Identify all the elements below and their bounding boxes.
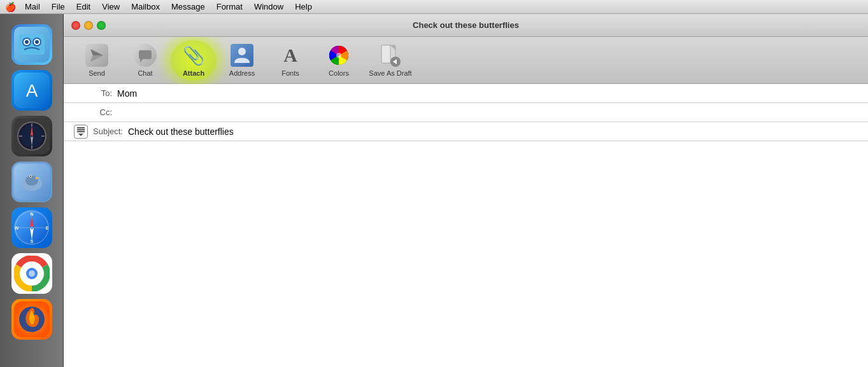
subject-format-icon[interactable] xyxy=(74,125,88,139)
dock-icon-mail[interactable] xyxy=(11,162,52,202)
fonts-button[interactable]: A Fonts xyxy=(267,40,313,81)
colors-label: Colors xyxy=(329,69,349,77)
dock-icon-firefox[interactable] xyxy=(11,299,52,340)
to-value: Mom xyxy=(117,85,858,102)
titlebar: Check out these butterflies xyxy=(64,14,868,37)
address-label: Address xyxy=(229,69,255,77)
svg-point-40 xyxy=(29,270,35,277)
maximize-button[interactable] xyxy=(97,21,106,30)
svg-rect-1 xyxy=(19,34,45,55)
menu-help[interactable]: Help xyxy=(290,1,317,12)
menu-format[interactable]: Format xyxy=(211,1,248,12)
to-row: To: Mom xyxy=(64,84,868,103)
chat-icon xyxy=(134,44,157,67)
minimize-button[interactable] xyxy=(84,21,93,30)
cc-row: Cc: xyxy=(64,103,868,122)
svg-point-53 xyxy=(336,53,341,58)
svg-rect-47 xyxy=(139,50,152,59)
svg-text:E: E xyxy=(45,226,48,230)
chat-button[interactable]: Chat xyxy=(122,40,168,81)
dock-icon-safari[interactable]: N S W E xyxy=(11,207,52,248)
to-label: To: xyxy=(74,88,112,98)
fonts-icon: A xyxy=(279,44,302,67)
window-controls xyxy=(71,21,106,30)
dock-icon-finder[interactable] xyxy=(11,24,52,65)
menu-mailbox[interactable]: Mailbox xyxy=(126,1,165,12)
window-title: Check out these butterflies xyxy=(413,20,519,30)
menubar: 🍎 Mail File Edit View Mailbox Message Fo… xyxy=(0,0,868,14)
svg-text:A: A xyxy=(25,81,38,100)
mail-compose-window: Check out these butterflies Sen xyxy=(64,14,868,367)
svg-point-25 xyxy=(30,176,31,177)
svg-rect-55 xyxy=(381,45,390,63)
address-icon xyxy=(231,44,253,67)
menu-edit[interactable]: Edit xyxy=(71,1,96,12)
attach-button[interactable]: 📎 Attach xyxy=(171,40,217,81)
send-icon xyxy=(85,44,108,67)
menu-view[interactable]: View xyxy=(97,1,125,12)
menu-file[interactable]: File xyxy=(46,1,70,12)
svg-text:N: N xyxy=(30,212,33,216)
svg-text:S: S xyxy=(30,239,33,244)
send-label: Send xyxy=(89,69,105,77)
dock: A xyxy=(0,14,64,367)
attach-label: Attach xyxy=(183,69,204,77)
chat-label: Chat xyxy=(138,69,152,77)
svg-point-4 xyxy=(25,40,29,44)
subject-row: Subject: xyxy=(64,122,868,141)
compose-area: To: Mom Cc: xyxy=(64,84,868,367)
save-draft-label: Save As Draft xyxy=(369,69,411,77)
colors-button[interactable]: Colors xyxy=(316,40,362,81)
toolbar: Send Chat xyxy=(64,37,868,84)
send-button[interactable]: Send xyxy=(74,40,120,81)
colors-icon xyxy=(327,44,350,67)
compose-body[interactable] xyxy=(64,141,868,367)
menu-message[interactable]: Message xyxy=(166,1,210,12)
svg-text:📎: 📎 xyxy=(183,45,204,66)
address-button[interactable]: Address xyxy=(219,40,265,81)
dock-icon-appstore[interactable]: A xyxy=(11,70,52,111)
subject-input[interactable] xyxy=(128,123,858,141)
fonts-label: Fonts xyxy=(281,69,299,77)
close-button[interactable] xyxy=(71,21,80,30)
svg-text:W: W xyxy=(14,226,18,230)
dock-icon-chrome[interactable] xyxy=(11,253,52,294)
subject-label: Subject: xyxy=(93,127,123,136)
dock-icon-network[interactable] xyxy=(11,116,52,156)
cc-input[interactable] xyxy=(117,104,858,121)
save-draft-button[interactable]: Save As Draft xyxy=(364,40,416,81)
menu-mail[interactable]: Mail xyxy=(20,1,45,12)
apple-menu[interactable]: 🍎 xyxy=(5,2,16,12)
save-draft-icon xyxy=(379,44,402,67)
svg-point-51 xyxy=(238,48,246,55)
cc-label: Cc: xyxy=(74,107,112,117)
attach-icon: 📎 xyxy=(182,44,205,67)
svg-point-7 xyxy=(35,40,39,44)
menu-window[interactable]: Window xyxy=(249,1,288,12)
